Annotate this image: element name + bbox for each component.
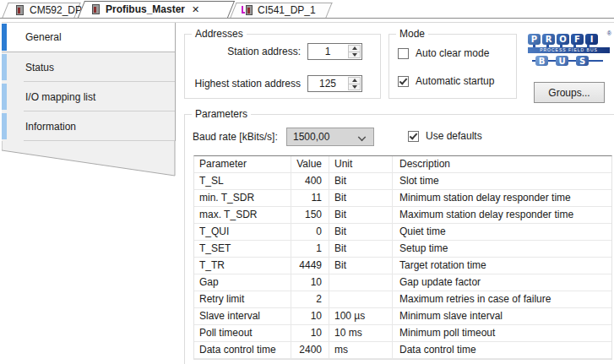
spinner-down-icon[interactable] <box>349 52 360 58</box>
parameter-cell: T_TR <box>194 258 291 274</box>
value-cell[interactable]: 150 <box>291 207 329 223</box>
unit-cell: Bit <box>329 190 393 206</box>
logo-letter: F <box>571 34 584 45</box>
description-cell: Minimum poll timeout <box>393 325 611 341</box>
column-header-value: Value <box>291 156 329 172</box>
value-cell[interactable]: 400 <box>291 173 329 189</box>
registered-trademark-icon: ® <box>607 30 611 36</box>
parameters-table-body: T_SL 400 Bit Slot time min. T_SDR 11 Bit… <box>194 173 611 359</box>
table-row[interactable]: max. T_SDR 150 Bit Maximum station delay… <box>194 207 611 224</box>
value-cell[interactable]: 4449 <box>291 258 329 274</box>
parameters-groupbox: Parameters Baud rate [kBits/s]: 1500,00 … <box>184 114 614 364</box>
document-tabbar: CM592_DP Profibus_Master ✕ CI541_DP_1 <box>0 0 614 19</box>
logo-letter: S <box>576 56 589 66</box>
value-cell[interactable]: 2400 <box>291 342 329 358</box>
description-cell: Minimum station delay responder time <box>393 190 611 206</box>
description-cell: Minimum slave interval <box>393 308 611 324</box>
device-module-icon <box>90 4 101 14</box>
table-row[interactable]: T_TR 4449 Bit Target rotation time <box>194 258 611 274</box>
close-icon[interactable]: ✕ <box>192 5 199 14</box>
table-row[interactable]: Slave interval 10 100 µs Minimum slave i… <box>194 308 611 325</box>
doc-tab-label: Profibus_Master <box>106 3 185 15</box>
parameter-cell: min. T_SDR <box>194 190 291 206</box>
use-defaults-checkbox[interactable] <box>408 131 419 142</box>
automatic-startup-checkbox[interactable] <box>398 76 409 87</box>
use-defaults-label: Use defaults <box>426 130 482 142</box>
description-cell: Maximum station delay responder time <box>393 207 611 223</box>
unit-cell <box>329 274 393 291</box>
logo-letter: U <box>556 56 568 66</box>
doc-tab-label: CI541_DP_1 <box>258 4 316 16</box>
category-accent-bar <box>2 54 7 80</box>
doc-tab-ci541-dp-1[interactable]: CI541_DP_1 <box>233 3 329 18</box>
logo-band: PROCESS FIELD BUS <box>528 47 610 53</box>
bus-device-icon <box>242 5 253 15</box>
table-row[interactable]: Retry limit 2 Maximum retries in case of… <box>194 291 611 308</box>
sidebar-item-io-mapping-list[interactable]: I/O mapping list <box>2 82 175 111</box>
table-row[interactable]: Gap 10 Gap update factor <box>194 274 611 291</box>
sidebar-bottom-trapezoid <box>2 141 176 177</box>
value-cell[interactable]: 2 <box>291 291 329 307</box>
table-row[interactable]: Data control time 2400 ms Data control t… <box>194 342 611 359</box>
unit-cell: Bit <box>329 241 393 257</box>
device-module-icon <box>14 5 24 15</box>
profibus-logo-top-row: P R O F I <box>528 34 610 45</box>
sidebar-item-label: Status <box>25 62 54 73</box>
unit-cell: 100 µs <box>329 308 393 324</box>
highest-station-address-stepper[interactable]: 125 <box>307 75 362 92</box>
profibus-logo-bottom-row: B U S <box>535 56 603 66</box>
baud-rate-label: Baud rate [kBits/s]: <box>193 128 278 145</box>
groups-button[interactable]: Groups... <box>534 82 605 103</box>
spinner-down-icon[interactable] <box>349 84 360 90</box>
value-cell[interactable]: 10 <box>291 325 329 341</box>
baud-rate-dropdown[interactable]: 1500,00 <box>286 128 374 146</box>
description-cell: Slot time <box>393 173 611 189</box>
station-address-label: Station address: <box>185 43 301 60</box>
parameters-table-header: Parameter Value Unit Description <box>194 156 611 173</box>
column-header-unit: Unit <box>329 156 393 172</box>
table-row[interactable]: min. T_SDR 11 Bit Minimum station delay … <box>194 190 611 207</box>
value-cell[interactable]: 1 <box>291 241 329 257</box>
category-sidebar: General Status I/O mapping list Informat… <box>2 23 176 141</box>
category-accent-bar <box>2 84 7 110</box>
doc-tab-cm592-dp[interactable]: CM592_DP <box>5 3 78 18</box>
addresses-groupbox: Addresses Station address: 1 Highest sta… <box>184 34 381 99</box>
value-cell[interactable]: 0 <box>291 224 329 240</box>
station-address-stepper[interactable]: 1 <box>307 43 362 60</box>
mode-groupbox: Mode Auto clear mode Automatic startup <box>389 34 517 99</box>
sidebar-item-label: Information <box>25 121 76 133</box>
category-accent-bar <box>2 24 7 51</box>
value-cell[interactable]: 11 <box>291 190 329 206</box>
table-row[interactable]: T_SET 1 Bit Setup time <box>194 241 611 258</box>
sidebar-item-general[interactable]: General <box>2 23 175 52</box>
table-row[interactable]: T_SL 400 Bit Slot time <box>194 173 611 190</box>
table-row[interactable]: T_QUI 0 Bit Quiet time <box>194 224 611 241</box>
sidebar-item-label: General <box>25 31 62 43</box>
description-cell: Data control time <box>393 342 611 358</box>
baud-rate-value: 1500,00 <box>293 131 329 143</box>
auto-clear-mode-checkbox[interactable] <box>398 48 409 59</box>
automatic-startup-checkbox-row: Automatic startup <box>398 74 494 88</box>
station-address-value[interactable]: 1 <box>308 44 347 59</box>
sidebar-item-status[interactable]: Status <box>2 52 175 82</box>
value-cell[interactable]: 10 <box>291 308 329 324</box>
highest-station-address-value[interactable]: 125 <box>308 76 347 91</box>
doc-tab-profibus-master[interactable]: Profibus_Master ✕ <box>81 1 231 18</box>
logo-letter: P <box>528 34 541 45</box>
profibus-logo: ® P R O F I PROCESS FIELD BUS B U S <box>528 34 610 70</box>
unit-cell: Bit <box>329 207 393 223</box>
value-cell[interactable]: 10 <box>291 274 329 291</box>
logo-letter: B <box>535 56 548 66</box>
highest-station-address-label: Highest station address <box>185 75 301 92</box>
dropdown-chevron-icon <box>358 133 367 142</box>
automatic-startup-label: Automatic startup <box>416 75 494 87</box>
parameter-cell: Poll timeout <box>194 325 291 341</box>
logo-letter: I <box>585 34 598 45</box>
table-row[interactable]: Poll timeout 10 10 ms Minimum poll timeo… <box>194 325 611 342</box>
sidebar-item-information[interactable]: Information <box>2 111 175 141</box>
unit-cell <box>329 291 393 307</box>
logo-letter: R <box>542 34 555 45</box>
unit-cell: 10 ms <box>329 325 393 341</box>
logo-letter: O <box>557 34 569 45</box>
use-defaults-checkbox-row: Use defaults <box>408 129 482 143</box>
